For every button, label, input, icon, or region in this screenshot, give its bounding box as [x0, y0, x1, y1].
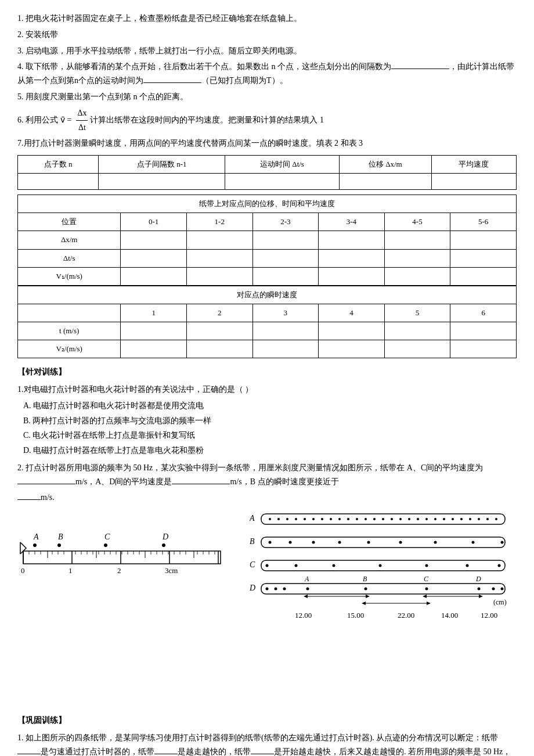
svg-marker-120: [362, 602, 366, 605]
svg-text:2: 2: [117, 566, 121, 575]
svg-point-104: [275, 588, 277, 591]
svg-point-56: [286, 518, 288, 520]
svg-point-84: [289, 541, 292, 544]
consolidation-q1: 1. 如上图所示的四条纸带，是某同学练习使用打点计时器得到的纸带(纸带的左端先通…: [17, 731, 517, 756]
svg-point-60: [321, 518, 323, 520]
blank-ad-speed: [172, 484, 230, 484]
svg-point-114: [492, 588, 495, 591]
svg-point-115: [501, 588, 504, 591]
table-2: 纸带上对应点间的位移、时间和平均速度 位置 0-1 1-2 2-3 3-4 4-…: [17, 195, 517, 285]
svg-point-65: [365, 518, 367, 520]
svg-marker-124: [479, 595, 483, 598]
svg-marker-121: [427, 602, 431, 605]
training-q2-cont: m/s.: [17, 491, 517, 505]
svg-point-76: [460, 518, 463, 520]
svg-point-77: [469, 518, 471, 520]
ruler-diagram: A B C D: [17, 510, 238, 603]
svg-point-7: [162, 543, 165, 547]
step-3: 3. 启动电源，用手水平拉动纸带，纸带上就打出一行小点。随后立即关闭电源。: [17, 44, 517, 58]
blank-intervals: [391, 69, 449, 69]
table-3: 对应点的瞬时速度 1 2 3 4 5 6 t (m/s) V₂/(m/s): [17, 286, 517, 358]
svg-point-99: [466, 564, 469, 567]
blank-time: [143, 82, 201, 83]
svg-point-90: [472, 541, 475, 544]
svg-point-54: [269, 518, 271, 520]
svg-text:D: D: [475, 575, 481, 583]
training-options: A. 电磁打点计时器和电火花计时器都是使用交流电 B. 两种打点计时器的打点频率…: [23, 399, 517, 458]
svg-point-74: [443, 518, 445, 520]
svg-point-75: [452, 518, 454, 520]
svg-point-80: [495, 518, 497, 520]
svg-point-95: [295, 564, 298, 567]
step-2: 2. 安装纸带: [17, 28, 517, 42]
svg-point-94: [266, 564, 269, 567]
svg-point-61: [330, 518, 332, 520]
svg-marker-117: [304, 595, 308, 598]
ruler-svg: A B C D: [17, 510, 238, 603]
table2-title: 纸带上对应点间的位移、时间和平均速度: [18, 195, 517, 213]
consolidation-title: 【巩固训练】: [17, 714, 517, 728]
svg-point-89: [434, 541, 437, 544]
svg-text:22.00: 22.00: [398, 611, 414, 620]
svg-point-105: [283, 588, 286, 591]
svg-text:15.00: 15.00: [347, 611, 364, 620]
training-q1: 1.对电磁打点计时器和电火花计时器的有关说法中，正确的是（ ）: [17, 383, 517, 397]
svg-text:D: D: [250, 584, 255, 592]
option-D: D. 电磁打点计时器在纸带上打点是靠电火花和墨粉: [23, 444, 517, 458]
svg-point-58: [304, 518, 306, 520]
svg-point-109: [365, 588, 367, 591]
svg-point-113: [478, 588, 481, 591]
svg-text:12.00: 12.00: [481, 611, 497, 620]
table-1: 点子数 n 点子间隔数 n-1 运动时间 Δt/s 位移 Δx/m 平均速度: [17, 155, 517, 190]
svg-point-79: [486, 518, 489, 520]
svg-text:B: B: [58, 532, 63, 541]
svg-point-70: [408, 518, 410, 520]
blank-faster: [154, 754, 178, 754]
svg-point-87: [367, 541, 370, 544]
svg-point-6: [104, 543, 107, 547]
table-row: t (m/s): [18, 322, 517, 340]
svg-text:A: A: [304, 575, 309, 583]
table3-title: 对应点的瞬时速度: [18, 286, 517, 304]
col-header-avg-speed: 平均速度: [431, 156, 516, 174]
col-header-n: 点子数 n: [18, 156, 99, 174]
svg-rect-82: [261, 537, 505, 548]
step-6: 6. 利用公式 v̄ = Δx Δt 计算出纸带在这段时间内的平均速度。把测量和…: [17, 106, 517, 135]
training-q2: 2. 打点计时器所用电源的频率为 50 Hz，某次实验中得到一条纸带，用厘米刻度…: [17, 461, 517, 489]
step-5: 5. 用刻度尺测量出第一个点到第 n 个点的距离。: [17, 90, 517, 104]
svg-text:3cm: 3cm: [165, 566, 178, 575]
svg-point-72: [425, 518, 428, 520]
svg-text:C: C: [250, 560, 255, 569]
col-header-time: 运动时间 Δt/s: [225, 156, 339, 174]
svg-text:B: B: [250, 537, 255, 546]
right-svg: A: [250, 510, 517, 702]
step-4: 4. 取下纸带，从能够看清的某个点开始，往后数出若干个点。如果数出 n 个点，这…: [17, 60, 517, 88]
step-7: 7.用打点计时器测量瞬时速度，用两点间的平均速度代替两点间某一点的瞬时速度。填表…: [17, 136, 517, 150]
svg-point-85: [312, 541, 315, 544]
svg-point-86: [338, 541, 341, 544]
table-row: Δt/s: [18, 249, 517, 267]
training-title: 【针对训练】: [17, 365, 517, 379]
table-row: [18, 174, 517, 190]
blank-ac-speed: [17, 484, 75, 484]
svg-point-63: [347, 518, 349, 520]
svg-text:0: 0: [21, 566, 25, 575]
svg-text:A: A: [250, 514, 255, 523]
svg-text:C: C: [104, 532, 110, 541]
svg-point-71: [417, 518, 419, 520]
svg-point-55: [277, 518, 280, 520]
svg-point-97: [379, 564, 382, 567]
svg-point-111: [425, 588, 428, 591]
svg-marker-118: [366, 595, 370, 598]
svg-point-96: [333, 564, 335, 567]
svg-text:D: D: [162, 532, 168, 541]
svg-point-62: [338, 518, 341, 520]
svg-point-57: [295, 518, 297, 520]
right-diagrams: A: [250, 510, 517, 707]
svg-point-69: [399, 518, 402, 520]
svg-point-100: [498, 564, 501, 567]
blank-both: [251, 754, 274, 754]
step-1: 1. 把电火花计时器固定在桌子上，检查墨粉纸盘是否已经正确地套在纸盘轴上。: [17, 12, 517, 26]
svg-marker-123: [423, 595, 427, 598]
svg-rect-102: [261, 584, 505, 594]
